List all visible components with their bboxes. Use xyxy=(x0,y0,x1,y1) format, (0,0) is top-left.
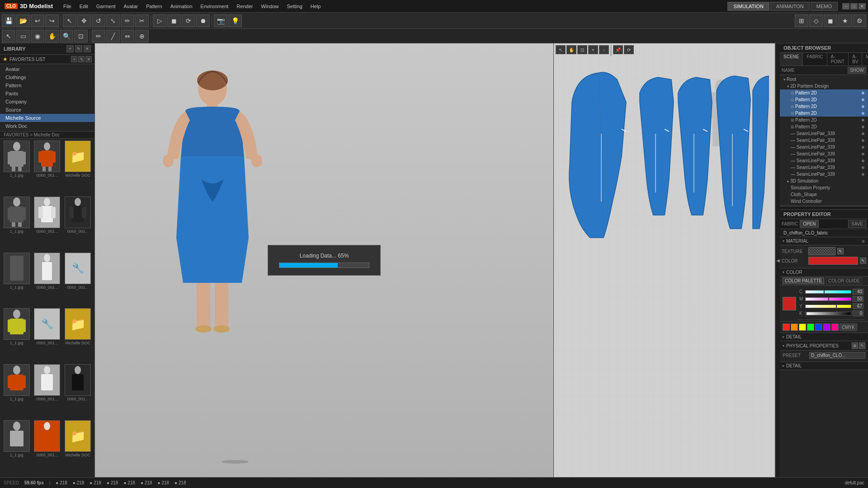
toolbar-pen-btn[interactable]: ✏ xyxy=(121,14,134,27)
3d-viewport[interactable]: Loading Data... 65% xyxy=(95,43,554,477)
toolbar-scale-btn[interactable]: ⤡ xyxy=(106,14,120,27)
cmyk-y-slider[interactable] xyxy=(805,305,851,308)
texture-edit-icon[interactable]: ✎ xyxy=(837,248,844,254)
large-color-swatch[interactable] xyxy=(783,297,796,310)
palette-yellow[interactable] xyxy=(799,324,806,331)
toolbar-stop-btn[interactable]: ◼ xyxy=(167,14,181,27)
close-button[interactable]: ✕ xyxy=(859,3,866,9)
minimize-button[interactable]: ─ xyxy=(842,3,849,9)
tree-seam-2[interactable]: — SeamLinePair_339 xyxy=(780,137,868,144)
palette-pink[interactable] xyxy=(831,324,839,331)
pattern-viewport[interactable]: ↖ ✋ ⊡ + - 📌 ⟳ xyxy=(554,43,775,477)
menu-avatar[interactable]: Avatar xyxy=(120,2,142,10)
nav-company[interactable]: Company xyxy=(0,98,94,106)
nav-clothings[interactable]: Clothings xyxy=(0,73,94,81)
tree-pattern2d-6[interactable]: ⊞ Pattern 2D xyxy=(780,123,868,130)
tree-seam-4[interactable]: — SeamLinePair_339 xyxy=(780,150,868,157)
toolbar-open-btn[interactable]: 📂 xyxy=(16,14,30,27)
pv-select-btn[interactable]: ↖ xyxy=(556,45,566,54)
detail2-section-header[interactable]: ▸ DETAIL xyxy=(780,362,868,370)
thumb-item[interactable]: 0060_001... xyxy=(63,197,93,252)
thumb-item[interactable]: 0060_001... xyxy=(33,364,62,419)
tree-seam-6[interactable]: — SeamLinePair_339 xyxy=(780,164,868,171)
prop-open-btn[interactable]: OPEN xyxy=(800,220,819,228)
toolbar2-rect-btn[interactable]: ▭ xyxy=(16,30,30,42)
color-palette-tab[interactable]: COLOR PALETTE xyxy=(783,277,824,284)
thumb-item[interactable]: 0060_001... xyxy=(33,253,62,308)
color-edit-icon[interactable]: ✎ xyxy=(860,258,866,264)
panel-resize-handle[interactable] xyxy=(780,206,868,210)
toolbar2-merge-btn[interactable]: ⊕ xyxy=(135,30,149,42)
obj-tab-fabric[interactable]: FABRIC xyxy=(803,53,827,66)
right-collapse-btn[interactable]: ◀ xyxy=(775,43,780,477)
cmyk-c-slider[interactable] xyxy=(805,290,851,294)
toolbar2-line-btn[interactable]: ╱ xyxy=(106,30,120,42)
thumb-item[interactable]: 1_1.jpg xyxy=(2,197,32,252)
pv-zoomout-btn[interactable]: - xyxy=(599,45,609,54)
pv-fit-btn[interactable]: ⊡ xyxy=(577,45,587,54)
palette-blue[interactable] xyxy=(815,324,822,331)
tree-cloth-shape[interactable]: Cloth_Shape xyxy=(780,191,868,198)
toolbar2-pan-btn[interactable]: ✋ xyxy=(45,30,59,42)
toolbar-sim-btn[interactable]: ▷ xyxy=(153,14,166,27)
thumb-item[interactable]: 0060_001... xyxy=(33,141,62,196)
toolbar-record-btn[interactable]: ⏺ xyxy=(196,14,210,27)
fav-icon-edit[interactable]: ✎ xyxy=(78,56,85,62)
fav-icon-add[interactable]: + xyxy=(71,56,77,62)
nav-michelle-source[interactable]: Michelle Source xyxy=(0,114,94,122)
toolbar2-pen2-btn[interactable]: ✏ xyxy=(92,30,105,42)
toolbar-render-btn[interactable]: ★ xyxy=(838,14,852,27)
menu-help[interactable]: Help xyxy=(307,2,325,10)
toolbar-select-btn[interactable]: ↖ xyxy=(63,14,76,27)
menu-setting[interactable]: Setting xyxy=(283,2,306,10)
cmyk-btn[interactable]: CMYK xyxy=(840,324,857,331)
phys-icon2[interactable]: ✎ xyxy=(859,343,865,349)
toolbar2-zoom-btn[interactable]: 🔍 xyxy=(60,30,73,42)
palette-green[interactable] xyxy=(807,324,814,331)
nav-pants[interactable]: Pants xyxy=(0,89,94,98)
tab-simulation[interactable]: SIMULATION xyxy=(727,2,769,11)
menu-environment[interactable]: Environment xyxy=(197,2,232,10)
obj-show-btn[interactable]: SHOW xyxy=(848,67,866,74)
tree-pattern2d-1[interactable]: ⊞ Pattern 2D xyxy=(780,89,868,96)
nav-pattern[interactable]: Pattern xyxy=(0,81,94,89)
palette-purple[interactable] xyxy=(823,324,830,331)
detail-section-header[interactable]: ▸ DETAIL xyxy=(780,333,868,341)
tab-memo[interactable]: MEMO xyxy=(811,2,838,11)
color-section-header[interactable]: ▾ COLOR xyxy=(780,268,868,277)
pv-pin-btn[interactable]: 📌 xyxy=(613,45,623,54)
toolbar-light-btn[interactable]: 💡 xyxy=(228,14,242,27)
thumb-item[interactable]: 📁 Michelle DOC xyxy=(63,420,93,475)
tree-sim-property[interactable]: Simulation Property xyxy=(780,184,868,191)
menu-render[interactable]: Render xyxy=(233,2,256,10)
menu-animation[interactable]: Animation xyxy=(167,2,196,10)
thumb-item[interactable]: 0060_001... xyxy=(33,197,62,252)
tab-animation[interactable]: ANIMAITON xyxy=(770,2,810,11)
lib-icon-add[interactable]: + xyxy=(66,45,74,52)
pv-zoom-btn[interactable]: + xyxy=(588,45,598,54)
prop-save-btn[interactable]: SAVE xyxy=(848,220,866,228)
cmyk-m-slider[interactable] xyxy=(805,297,851,301)
color-swatch[interactable] xyxy=(808,257,858,265)
toolbar-save-btn[interactable]: 💾 xyxy=(2,14,15,27)
tree-2d-design[interactable]: ▾ 2D Parttern Design xyxy=(780,83,868,89)
nav-work-doc[interactable]: Work Doc xyxy=(0,122,94,130)
lib-icon-delete[interactable]: ✕ xyxy=(84,45,91,52)
tree-pattern2d-4[interactable]: ⊞ Pattern 2D xyxy=(780,110,868,117)
thumb-item[interactable]: 🔧 0060_001... xyxy=(33,308,62,363)
palette-orange[interactable] xyxy=(791,324,798,331)
fav-icon-delete[interactable]: ✕ xyxy=(85,56,92,62)
obj-tab-measur[interactable]: MEASUR... xyxy=(862,53,868,66)
obj-tab-abv[interactable]: A-BV xyxy=(849,53,862,66)
nav-source[interactable]: Source xyxy=(0,106,94,114)
thumb-item[interactable]: 1_1.jpg xyxy=(2,308,32,363)
toolbar-move-btn[interactable]: ✥ xyxy=(77,14,91,27)
toolbar-wire-btn[interactable]: ◇ xyxy=(809,14,823,27)
obj-tab-apoint[interactable]: A-POINT xyxy=(827,53,849,66)
menu-garment[interactable]: Garment xyxy=(93,2,119,10)
maximize-button[interactable]: □ xyxy=(850,3,858,9)
menu-pattern[interactable]: Pattern xyxy=(142,2,165,10)
tree-wind-controller[interactable]: Wind Controller xyxy=(780,198,868,205)
thumb-item[interactable]: 1_1.jpg xyxy=(2,253,32,308)
toolbar2-view-btn[interactable]: ◉ xyxy=(31,30,44,42)
